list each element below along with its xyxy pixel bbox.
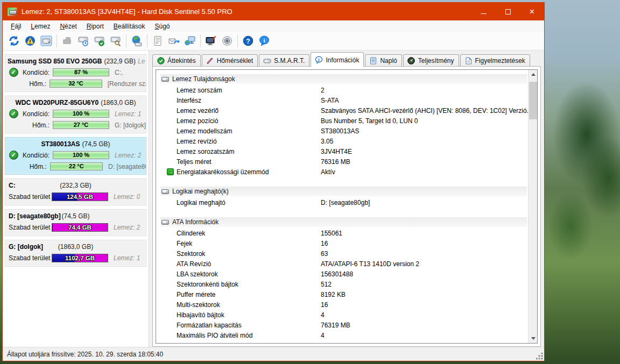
tab-performance[interactable]: Teljesítmény [403,54,459,67]
section-header-ata-information: ATA Információk [160,217,527,227]
main-area: Áttekintés Hőmérséklet S.M.A.R.T. [149,51,544,347]
extended-test-button[interactable] [91,33,108,48]
disk-panel-st380013as-selected[interactable]: ST380013AS (74,5 GB) ✓ Kondíció: 100 % L… [5,137,146,175]
scrollbar-thumb[interactable] [529,82,537,119]
free-space-bar: 74,4 GB [52,223,108,232]
close-button[interactable]: × [520,3,544,20]
health-ok-icon: ✓ [9,109,18,118]
disk-index-label: Lemez: 1 [108,254,140,262]
property-row: Teljes méret76316 MB [160,156,528,167]
help-icon: ? [242,35,254,47]
property-row: Lemez vezérlőSzabványos SATA AHCI-vezérl… [160,105,528,116]
free-space-value: 124,5 GB [52,193,108,201]
maximize-icon [505,9,511,15]
property-row: InterfészS-ATA [160,95,528,105]
section-title: ATA Információk [172,218,219,226]
tab-overview[interactable]: Áttekintés [152,54,201,67]
scroll-up-arrow[interactable] [529,70,538,79]
tab-smart[interactable]: S.M.A.R.T. [259,54,309,67]
properties-content: Lemez Tulajdonságok Lemez sorszám2 Inter… [156,70,528,343]
globe-disk-icon [131,35,143,47]
disk-icon [40,35,52,47]
temperature-label: Hőm.: [20,163,50,170]
menu-settings[interactable]: Beállítások [109,22,150,31]
disk-panel-wdc[interactable]: WDC WD20PURZ-85GU6Y0 (1863,0 GB) ✓ Kondí… [5,96,146,133]
vertical-scrollbar[interactable] [528,70,537,343]
tab-alerts[interactable]: Figyelmeztetések [460,54,530,67]
partition-size: (1863,0 GB) [5,243,146,251]
monitor-pen-icon [205,35,217,47]
surface-test-button[interactable] [108,33,124,48]
refresh-button[interactable] [6,33,22,48]
disk-title: ST380013AS (74,5 GB) [5,139,146,149]
maximize-button[interactable] [496,3,520,20]
alerts-page-icon [464,56,473,65]
property-row: Puffer mérete8192 KB [160,289,528,299]
menu-view[interactable]: Nézet [55,22,81,31]
temperature-bar: 32 °C [50,80,102,88]
disk-title: Samsung SSD 850 EVO 250GB (232,9 GB) Le [5,56,146,67]
menu-help[interactable]: Súgó [150,22,174,31]
disk-index-label: Lemez: 2 [109,152,141,159]
refresh-icon [8,35,20,47]
free-space-value: 74,4 GB [52,224,108,231]
disk-name: WDC WD20PURZ-85GU6Y0 [15,99,98,106]
property-row: Lemez pozícióBus Number 5, Target Id 0, … [160,116,528,126]
alert-icon [24,35,36,47]
short-test-button[interactable] [75,33,91,48]
temperature-bar: 27 °C [53,121,109,129]
tab-label: Információk [326,56,359,64]
property-row: LBA szektorok156301488 [160,269,528,279]
network-computer-icon [184,35,196,47]
disk-name: Samsung SSD 850 EVO 250GB [8,58,102,65]
tab-label: Figyelmeztetések [475,57,525,65]
health-ok-icon: ✓ [9,151,18,160]
tab-temperature[interactable]: Hőmérséklet [202,54,258,67]
menu-bar: Fájl Lemez Nézet Riport Beállítások Súgó [3,20,544,32]
menu-file[interactable]: Fájl [6,22,26,31]
menu-report[interactable]: Riport [82,22,109,31]
alerts-button[interactable] [22,33,38,48]
disk-overview-button[interactable] [38,33,54,48]
partition-panel-g[interactable]: (1863,0 GB) G: [dolgok] Szabad terület 1… [5,240,146,267]
help-button[interactable]: ? [240,33,256,48]
disk-info: D: [seagate80 [103,163,146,170]
disk-section-icon [161,77,169,82]
property-row: Hibajavító bájtok4 [160,310,528,320]
app-window: Lemez: 2, ST380013AS [3JV4HT4E] - Hard D… [2,2,545,361]
send-report-button[interactable] [166,33,182,48]
svg-text:?: ? [246,38,250,45]
partition-panel-d[interactable]: (74,5 GB) D: [seagate80gb] Szabad terüle… [5,209,146,236]
section-header-logical-drives: Logikai meghajtó(k) [160,187,527,196]
sound-button[interactable] [219,33,235,48]
tab-log[interactable]: Napló [365,54,401,67]
tab-strip: Áttekintés Hőmérséklet S.M.A.R.T. [152,52,541,67]
condition-bar: 87 % [53,68,109,76]
minimize-button[interactable] [471,3,496,20]
property-row: Lemez sorszám2 [160,85,528,95]
info-balloon-icon: i [315,56,323,64]
scroll-down-arrow[interactable] [529,334,538,343]
condition-bar: 100 % [53,110,109,118]
power-mode-icon: → [167,168,174,175]
disk-panel-samsung-ssd[interactable]: Samsung SSD 850 EVO 250GB (232,9 GB) Le … [5,54,146,92]
partition-panel-c[interactable]: (232,3 GB) C: Szabad terület 124,5 GB Le… [5,179,146,205]
about-button[interactable]: i [256,33,272,48]
detect-disk-button[interactable] [59,33,75,48]
health-ok-icon: ✓ [9,68,18,77]
property-row: Formázatlan kapacitás76319 MB [160,320,528,330]
log-document-icon [369,56,377,65]
menu-disk[interactable]: Lemez [26,22,55,31]
network-disks-button[interactable] [129,33,145,48]
report-button[interactable] [150,33,166,48]
property-row: Szektoronkénti bájtok512 [160,279,528,289]
partition-size: (232,3 GB) [5,182,146,189]
tab-information-active[interactable]: i Információk [311,52,364,67]
desktop-display-button[interactable] [203,33,219,48]
tab-label: Teljesítmény [418,57,454,65]
resize-grip[interactable] [536,353,543,360]
network-status-button[interactable] [182,33,198,48]
toolbar-separator [200,34,201,47]
disk-index-label: Lemez: 0 [108,193,140,201]
disk-info: [Rendszer szá [102,80,146,88]
